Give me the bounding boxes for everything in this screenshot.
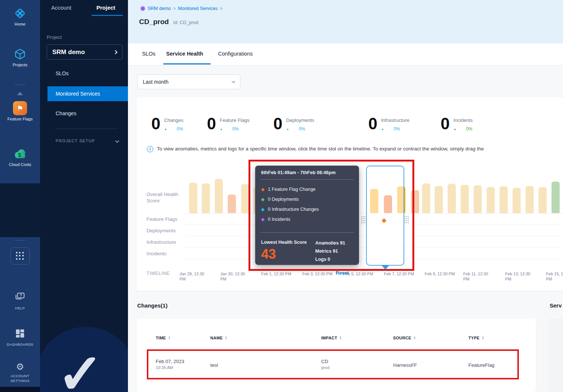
reset-link[interactable]: Reset [336,270,349,276]
page-header: SRM demo > Monitored Services > CD_prod … [128,0,563,43]
project-name: SRM demo [52,49,85,56]
feature-flag-change-marker[interactable]: ◆ [382,216,386,224]
selection-left-grip[interactable] [361,216,366,224]
apps-grid-button[interactable] [10,248,30,265]
tab-service-health[interactable]: Service Health [166,51,203,57]
health-bar[interactable] [411,190,419,213]
rail-item-feature-flags[interactable]: ⚑ Feature Flags [0,101,40,122]
health-bar[interactable] [435,186,443,213]
breadcrumb-project[interactable]: SRM demo [148,6,171,11]
tab-project[interactable]: Project [96,4,115,11]
health-bar[interactable] [500,186,508,213]
rail-item-account-settings[interactable]: ⚙ ACCOUNT SETTINGS [0,361,40,383]
timeline-date: Feb 11, 12:30PM [463,271,495,282]
health-bar[interactable] [189,183,197,213]
sidebar-item-changes[interactable]: Changes [40,106,128,121]
timeline-date: Feb 3, 12:30 PM [302,271,334,276]
module-rail: Home Projects ⚑ Feature Flags $ Cloud Co… [0,0,40,392]
selection-pointer-icon [381,265,389,270]
lowest-health-score-label: Lowest Health Score [261,240,307,245]
row-label-feature-flags: Feature Flags [146,216,188,222]
health-bar[interactable] [487,187,495,213]
timeline-selection-window[interactable] [366,166,404,266]
rail-item-help[interactable]: ? HELP [0,290,40,310]
row-label-infrastructure: Infrastructure [146,239,188,245]
cell-impact: CD prod [321,359,329,370]
rail-divider [15,240,25,240]
health-bar[interactable] [215,179,223,213]
timeline-date: Feb 15, 12:30PM [546,271,563,282]
tooltip-item: ◆1 Feature Flag Change [261,184,319,194]
breadcrumb-separator: > [173,6,176,11]
sidebar-item-monitored-services[interactable]: Monitored Services [47,86,128,101]
timeline-date: Feb 7, 12:30 PM [384,271,416,276]
watermark-circle: ✓ [40,327,128,392]
diamond-icon: ◆ [261,217,264,222]
sidebar-item-slos[interactable]: SLOs [40,66,128,81]
chevron-down-icon [232,79,236,83]
cell-time: Feb 07, 2023 10:35 AM [156,359,184,370]
scroll-up-icon[interactable] [17,92,23,95]
diamond-icon: ◆ [261,187,264,192]
health-bar[interactable] [539,187,547,213]
tab-slos[interactable]: SLOs [142,51,155,57]
project-setup-toggle[interactable]: PROJECT SETUP [56,139,119,143]
sort-icon: ▲▼ [225,336,227,340]
tooltip-time-range: 6thFeb 01:49am - 7thFeb 08:46pm [261,170,336,175]
tooltip-item: ◆0 Deployments [261,194,319,204]
row-label-incidents: Incidents [146,250,188,257]
rail-item-projects[interactable]: Projects [0,47,40,67]
selection-right-grip[interactable] [404,216,409,224]
tab-bar: SLOs Service Health Configurations [128,43,563,66]
column-header-time[interactable]: TIME▲▼ [156,336,171,340]
column-header-name[interactable]: NAME▲▼ [210,336,227,340]
health-bar[interactable] [422,183,430,213]
tab-configurations[interactable]: Configurations [218,51,253,57]
health-bar[interactable] [461,185,469,213]
project-section-label: Project [47,34,62,40]
health-bar[interactable] [526,186,534,213]
check-icon: ✓ [57,342,104,392]
annotation-box-row [147,349,519,379]
health-bar[interactable] [448,184,456,213]
tooltip-logs: Logs 0 [315,255,345,263]
sort-icon: ▲▼ [482,336,484,340]
cell-type: FeatureFlag [468,362,494,368]
lowest-health-score-value: 43 [261,246,276,262]
projects-icon [0,47,40,62]
health-bar[interactable] [513,188,521,213]
dashboards-icon [0,326,40,341]
column-header-type[interactable]: TYPE▲▼ [468,336,484,340]
time-range-select[interactable]: Last month [137,74,240,89]
column-header-source[interactable]: SOURCE▲▼ [393,336,416,340]
apps-grid-icon [16,252,24,260]
tab-account[interactable]: Account [51,4,71,11]
health-bar[interactable] [241,184,249,213]
svg-text:?: ? [20,293,22,298]
health-bar[interactable] [552,182,560,213]
rail-label: HELP [0,306,40,310]
tooltip-stats: Anamolies 91 Metrics 91 Logs 0 [315,239,345,263]
active-tab-underline [163,63,211,64]
breadcrumb-section[interactable]: Monitored Services [178,6,218,11]
rail-item-home[interactable]: Home [0,6,40,27]
page-title: CD_prod [139,18,169,26]
side-card [549,319,563,392]
rail-label: ACCOUNT SETTINGS [0,373,40,383]
rail-item-dashboards[interactable]: DASHBOARDS [0,326,40,347]
chevron-right-icon [113,50,117,54]
rail-label: Feature Flags [0,117,40,122]
health-bar[interactable] [474,185,482,213]
project-selector[interactable]: SRM demo [47,44,122,60]
timeline-date: Feb 9, 12:30 PM [425,271,457,276]
chevron-down-icon [115,139,119,143]
rail-item-cloud-costs[interactable]: $ Cloud Costs [0,146,40,167]
timeline-date: Jan 30, 12:30PM [220,271,252,282]
tooltip-item: ◆0 Incidents [261,214,319,224]
project-nav: Account Project Project SRM demo SLOs Mo… [40,0,128,392]
tooltip-metrics: Metrics 91 [315,247,345,255]
column-header-impact[interactable]: IMPACT▲▼ [321,336,342,340]
health-bar[interactable] [228,195,236,213]
cloud-costs-icon: $ [0,146,40,161]
health-bar[interactable] [202,183,210,213]
